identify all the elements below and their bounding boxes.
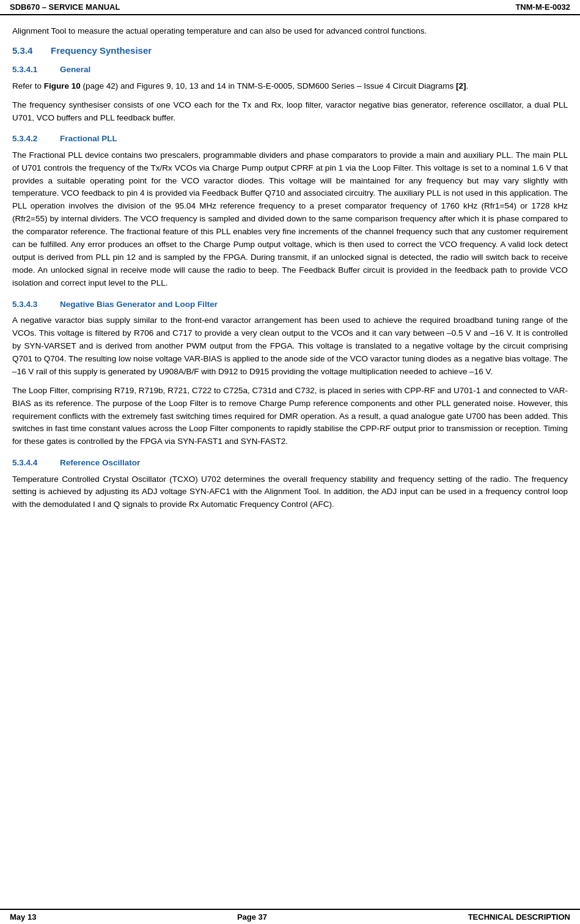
section-5344-heading-row: 5.3.4.4 Reference Oscillator (12, 457, 568, 469)
section-5342-para1: The Fractional PLL device contains two p… (12, 149, 568, 290)
section-5342-num: 5.3.4.2 (12, 133, 55, 145)
section-5343-title: Negative Bias Generator and Loop Filter (60, 298, 218, 311)
section-5342: 5.3.4.2 Fractional PLL The Fractional PL… (12, 133, 568, 289)
header-bar: SDB670 – SERVICE MANUAL TNM-M-E-0032 (0, 0, 580, 15)
section-534-title: Frequency Synthesiser (51, 44, 152, 58)
section-5341-title: General (60, 64, 90, 76)
section-5344-para1: Temperature Controlled Crystal Oscillato… (12, 473, 568, 512)
footer-bar: May 13 Page 37 TECHNICAL DESCRIPTION (0, 909, 580, 924)
section-5341-para1: Refer to Figure 10 (page 42) and Figures… (12, 80, 568, 93)
header-left: SDB670 – SERVICE MANUAL (10, 2, 120, 12)
intro-paragraph: Alignment Tool to measure the actual ope… (12, 25, 568, 38)
section-5341-heading-row: 5.3.4.1 General (12, 64, 568, 76)
footer-center: Page 37 (237, 912, 267, 922)
footer-right: TECHNICAL DESCRIPTION (468, 912, 570, 922)
section-5341: 5.3.4.1 General Refer to Figure 10 (page… (12, 64, 568, 124)
footer-left: May 13 (10, 912, 36, 922)
section-534-num: 5.3.4 (12, 44, 46, 58)
section-5343-para2: The Loop Filter, comprising R719, R719b,… (12, 385, 568, 449)
section-5344-title: Reference Oscillator (60, 457, 140, 469)
section-5343-num: 5.3.4.3 (12, 298, 55, 311)
section-5341-para2: The frequency synthesiser consists of on… (12, 99, 568, 125)
header-right: TNM-M-E-0032 (515, 2, 570, 12)
section-5343-para1: A negative varactor bias supply similar … (12, 314, 568, 379)
figure10-ref: Figure 10 (44, 81, 81, 91)
content-area: Alignment Tool to measure the actual ope… (0, 15, 580, 909)
section-534: 5.3.4 Frequency Synthesiser 5.3.4.1 Gene… (12, 44, 568, 511)
section-5344: 5.3.4.4 Reference Oscillator Temperature… (12, 457, 568, 511)
page-container: SDB670 – SERVICE MANUAL TNM-M-E-0032 Ali… (0, 0, 580, 924)
section-5342-title: Fractional PLL (60, 133, 117, 145)
section-5344-num: 5.3.4.4 (12, 457, 55, 469)
ref2: [2] (456, 81, 466, 91)
section-5341-num: 5.3.4.1 (12, 64, 55, 76)
section-5343: 5.3.4.3 Negative Bias Generator and Loop… (12, 298, 568, 448)
section-5343-heading-row: 5.3.4.3 Negative Bias Generator and Loop… (12, 298, 568, 311)
section-5342-heading-row: 5.3.4.2 Fractional PLL (12, 133, 568, 145)
section-534-heading-row: 5.3.4 Frequency Synthesiser (12, 44, 568, 58)
